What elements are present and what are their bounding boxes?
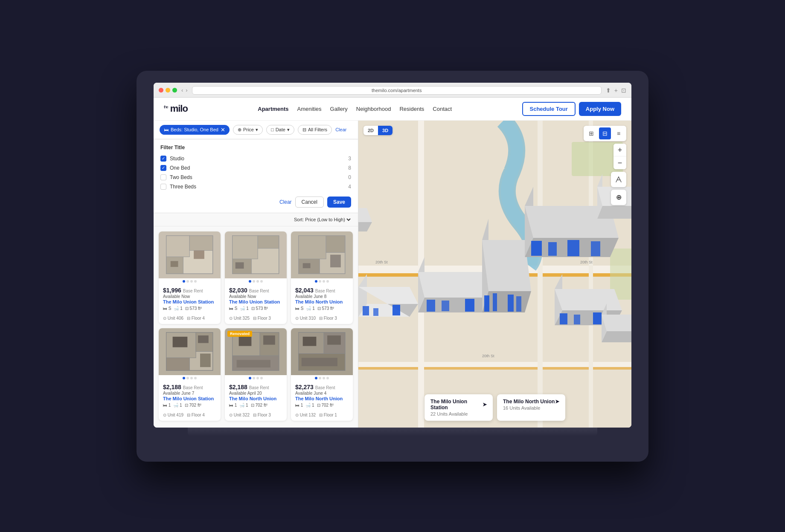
two-beds-checkbox[interactable] [160,174,166,180]
card-specs: 🛏 S 🛁 1 ⊡ 573 ft² [295,306,349,311]
all-filters-label: All Filters [308,127,327,132]
back-arrow-icon[interactable]: ‹ [181,87,183,93]
dropdown-cancel-button[interactable]: Cancel [295,197,324,208]
sort-select[interactable]: Sort: Price (Low to High) [292,217,352,223]
listing-card[interactable]: $2,043 Base Rent Available June 8 The Mi… [291,231,353,324]
all-filters-button[interactable]: ⊟ All Filters [298,125,332,135]
close-button-tl[interactable] [159,88,163,93]
header-buttons: Schedule Tour Apply Now [522,102,622,116]
location-button[interactable]: ⊕ [611,190,626,205]
card-dots [291,375,353,380]
svg-rect-13 [326,236,345,253]
north-union-card[interactable]: The Milo North Union ➤ 16 Units Availabl… [497,394,565,421]
svg-rect-58 [442,301,449,311]
card-specs: 🛏 1 🛁 1 ⊡ 702 ft² [295,403,349,408]
nav-amenities[interactable]: Amenities [297,106,322,112]
address-bar[interactable]: themilo.com/apartments [192,86,602,95]
listing-card[interactable]: $2,188 Base Rent Available June 7 The Mi… [159,328,221,421]
price-filter-button[interactable]: ⊕ Price ▾ [233,125,263,135]
svg-marker-88 [602,315,631,331]
svg-rect-79 [593,312,602,324]
card-beds: 🛏 1 [163,403,171,408]
active-filter-chip[interactable]: 🛏 Beds: Studio, One Bed ✕ [160,125,230,135]
union-station-units: 22 Units Available [430,411,487,416]
listing-card[interactable]: $2,030 Base Rent Available Now The Milo … [225,231,287,324]
new-tab-icon[interactable]: + [614,87,618,94]
card-floor: ⊟ Floor 3 [319,316,337,321]
card-building-name[interactable]: The Milo Union Station [163,396,216,401]
card-building-name[interactable]: The Milo Union Station [229,299,282,304]
card-building-name[interactable]: The Milo North Union [229,396,282,401]
card-specs: 🛏 S 🛁 1 ⊡ 573 ft² [229,306,282,311]
grid-view-button[interactable]: ⊞ [585,127,597,139]
zoom-in-button[interactable]: + [613,144,626,156]
card-beds: 🛏 1 [229,403,237,408]
nav-gallery[interactable]: Gallery [330,106,348,112]
card-body: $2,273 Base Rent Available June 4 The Mi… [291,380,353,411]
card-price: $2,188 Base Rent [229,384,282,390]
card-price: $2,273 Base Rent [295,384,349,390]
nav-residents[interactable]: Residents [399,106,424,112]
card-sqft: ⊡ 702 ft² [317,403,334,408]
map-3d-button[interactable]: 3D [378,126,392,135]
main-content: 🛏 Beds: Studio, One Bed ✕ ⊕ Price ▾ □ Da… [154,121,631,428]
card-availability: Available June 4 [295,391,349,396]
card-body: $2,043 Base Rent Available June 8 The Mi… [291,283,353,314]
apply-now-button[interactable]: Apply Now [579,102,621,116]
navigate-icon[interactable]: ➤ [555,399,559,405]
svg-marker-83 [597,206,631,219]
clear-filters-button[interactable]: Clear [335,127,346,132]
dropdown-clear-button[interactable]: Clear [279,197,292,208]
date-filter-button[interactable]: □ Date ▾ [266,125,294,135]
card-building-name[interactable]: The Milo North Union [295,396,349,401]
card-baths: 🛁 1 [239,403,248,408]
filter-option-two-beds[interactable]: Two Beds 0 [160,173,351,182]
filter-option-studio[interactable]: ✓ Studio 3 [160,154,351,163]
table-view-button[interactable]: ≡ [613,127,625,139]
svg-marker-62 [482,240,531,291]
one-bed-checkbox[interactable]: ✓ [160,165,166,171]
three-beds-checkbox[interactable] [160,184,166,190]
sidebar-icon[interactable]: ⊡ [621,87,626,94]
studio-checkbox[interactable]: ✓ [160,156,166,162]
nav-apartments[interactable]: Apartments [258,106,288,112]
nav-contact[interactable]: Contact [433,106,452,112]
map-2d-button[interactable]: 2D [363,126,378,135]
card-footer: ⊙ Unit 419 ⊟ Floor 4 [159,411,221,421]
card-building-name[interactable]: The Milo Union Station [163,299,216,304]
minimize-button-tl[interactable] [166,88,170,93]
card-baths: 🛁 1 [173,403,182,408]
filter-option-three-beds[interactable]: Three Beds 4 [160,182,351,191]
zoom-out-button[interactable]: − [613,156,626,169]
navigate-icon[interactable]: ➤ [483,402,487,408]
card-unit: ⊙ Unit 310 [295,316,316,321]
listing-card[interactable]: $2,273 Base Rent Available June 4 The Mi… [291,328,353,421]
nav-neighborhood[interactable]: Neighborhood [356,106,391,112]
traffic-lights [159,88,177,93]
schedule-tour-button[interactable]: Schedule Tour [522,102,576,116]
listing-card[interactable]: Renovated [225,328,287,421]
price-label: Price [243,127,254,132]
share-icon[interactable]: ⬆ [606,87,611,94]
filter-option-one-bed[interactable]: ✓ One Bed 8 [160,163,351,173]
card-building-name[interactable]: The Milo North Union [295,299,349,304]
maximize-button-tl[interactable] [172,88,177,93]
map-2d-3d-toggle[interactable]: 2D 3D [363,126,392,135]
dropdown-save-button[interactable]: Save [327,197,351,208]
card-price: $2,188 Base Rent [163,384,216,390]
union-station-card[interactable]: The Milo Union Station ➤ 22 Units Availa… [424,394,493,421]
svg-rect-57 [427,300,435,312]
card-floor: ⊟ Floor 4 [187,316,205,321]
forward-arrow-icon[interactable]: › [186,87,187,93]
card-floor: ⊟ Floor 4 [187,413,205,417]
route-button[interactable] [611,172,626,187]
filters-bar: 🛏 Beds: Studio, One Bed ✕ ⊕ Price ▾ □ Da… [154,121,358,139]
filter-chip-close[interactable]: ✕ [221,127,225,133]
price-icon: ⊕ [238,127,241,133]
date-label: Date [276,127,285,132]
calendar-icon: □ [271,127,274,132]
split-view-button[interactable]: ⊟ [599,127,611,139]
map-container[interactable]: 20th St 20th St 20th St 2D 3D [358,121,631,428]
listing-card[interactable]: $1,996 Base Rent Available Now The Milo … [159,231,221,324]
svg-rect-64 [493,293,497,311]
